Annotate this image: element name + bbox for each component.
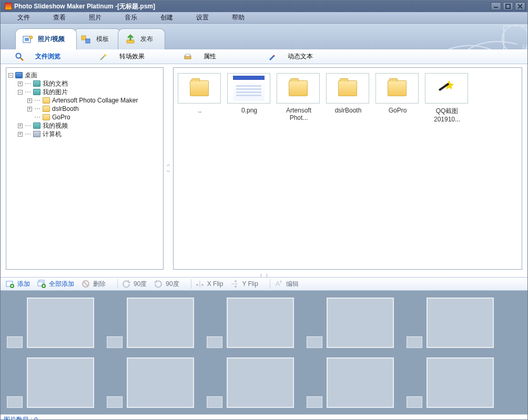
expander-placeholder — [27, 115, 32, 120]
file-item-image[interactable]: QQ截图201910... — [425, 73, 469, 123]
expander-icon[interactable]: + — [18, 81, 23, 86]
timeline-slot[interactable] — [107, 298, 194, 348]
maximize-button[interactable] — [503, 2, 513, 11]
expander-icon[interactable]: + — [27, 107, 32, 111]
menu-file[interactable]: 文件 — [6, 13, 42, 22]
x-flip-button[interactable]: X Flip — [196, 280, 224, 288]
tree-label: 我的图片 — [43, 88, 68, 96]
timeline-slot[interactable] — [7, 298, 94, 348]
timeline-slot[interactable] — [207, 298, 294, 348]
tree-label: 我的视频 — [43, 121, 68, 130]
file-item-up[interactable]: .. — [178, 73, 222, 114]
menu-settings[interactable]: 设置 — [185, 13, 220, 22]
button-label: Y Flip — [242, 280, 258, 288]
desktop-icon — [15, 72, 23, 78]
timeline-slot[interactable] — [207, 357, 294, 408]
file-label: dslrBooth — [326, 107, 370, 114]
decorative-flourish: FL — [449, 24, 527, 49]
file-label: GoPro — [375, 107, 420, 114]
button-label: 90度 — [166, 280, 179, 289]
timeline-slot[interactable] — [407, 357, 494, 408]
button-label: 编辑 — [286, 280, 299, 289]
timeline-slot[interactable] — [7, 357, 94, 408]
publish-icon — [125, 34, 136, 45]
tree-label: GoPro — [52, 113, 70, 121]
menu-music[interactable]: 音乐 — [113, 13, 149, 22]
timeline-slot[interactable] — [107, 357, 194, 408]
svg-text:A: A — [276, 280, 280, 288]
folder-icon — [338, 80, 357, 96]
subtab-file-browse[interactable]: 文件浏览 — [15, 52, 99, 61]
expander-icon[interactable]: + — [18, 124, 23, 128]
tab-template[interactable]: 模板 — [74, 28, 121, 49]
expander-icon[interactable]: − — [18, 90, 23, 95]
svg-rect-2 — [25, 38, 29, 41]
file-item-folder[interactable]: GoPro — [375, 73, 420, 114]
photo-video-icon — [22, 34, 34, 45]
minimize-button[interactable] — [491, 2, 501, 11]
expander-icon[interactable]: + — [27, 98, 32, 103]
status-value: 0 — [34, 416, 38, 421]
sub-toolbar: 文件浏览 转场效果 属性 动态文本 — [1, 49, 527, 64]
rotate-left-button[interactable]: 90度 — [122, 280, 147, 289]
edit-icon: A — [275, 280, 283, 288]
status-bar: 图片数目 : 0 — [1, 414, 527, 420]
titlebar: Photo Slideshow Maker Platinum - [无标题.ps… — [1, 1, 527, 12]
button-label: 全部添加 — [49, 280, 74, 289]
folder-tree[interactable]: − 桌面 + ⋯ 我的文档 − ⋯ — [6, 68, 163, 141]
tab-photo-video[interactable]: 照片/视频 — [15, 28, 77, 49]
tree-label: Artensoft Photo Collage Maker — [52, 96, 138, 105]
edit-button[interactable]: A 编辑 — [275, 280, 299, 289]
subtab-properties[interactable]: 属性 — [184, 52, 268, 61]
folder-icon — [43, 114, 50, 120]
image-thumbnail — [233, 76, 265, 101]
file-item-image[interactable]: 0.png — [227, 73, 271, 114]
vertical-splitter[interactable] — [1, 272, 527, 277]
splitter-handle[interactable] — [166, 64, 171, 272]
expander-icon[interactable]: + — [18, 132, 23, 137]
file-item-folder[interactable]: Artensoft Phot... — [277, 73, 321, 121]
window-title-prefix: Photo Slideshow Maker Platinum - — [14, 3, 117, 10]
rotate-right-button[interactable]: 90度 — [154, 280, 179, 289]
y-flip-button[interactable]: Y Flip — [230, 280, 258, 288]
tab-label: 照片/视频 — [38, 35, 65, 44]
main-tabs: 照片/视频 模板 发布 FL — [1, 24, 527, 49]
delete-button[interactable]: 删除 — [82, 280, 106, 289]
menu-help[interactable]: 帮助 — [220, 13, 256, 22]
tree-label: 计算机 — [43, 130, 62, 138]
button-label: 添加 — [17, 280, 30, 289]
svg-point-3 — [29, 36, 33, 39]
file-label: Artensoft Phot... — [277, 107, 321, 121]
subtab-label: 属性 — [204, 52, 216, 61]
tree-label: dslrBooth — [52, 105, 79, 113]
subtab-label: 转场效果 — [119, 52, 145, 61]
folder-icon — [33, 122, 40, 129]
add-all-icon — [37, 280, 46, 288]
add-icon — [6, 280, 14, 288]
menu-view[interactable]: 查看 — [42, 13, 77, 22]
subtab-dynamic-text[interactable]: 动态文本 — [268, 52, 352, 61]
status-label: 图片数目 : — [4, 415, 33, 420]
tree-label: 我的文档 — [43, 79, 68, 88]
expander-icon[interactable]: − — [8, 73, 13, 78]
folder-icon — [33, 80, 40, 87]
subtab-transition[interactable]: 转场效果 — [99, 52, 184, 61]
timeline-slot[interactable] — [407, 298, 494, 348]
svg-rect-4 — [82, 36, 86, 40]
timeline-slot[interactable] — [307, 357, 394, 408]
menu-create[interactable]: 创建 — [149, 13, 185, 22]
work-area: − 桌面 + ⋯ 我的文档 − ⋯ — [1, 64, 527, 272]
menu-photo[interactable]: 照片 — [77, 13, 113, 22]
add-button[interactable]: 添加 — [6, 280, 30, 289]
file-item-folder[interactable]: dslrBooth — [326, 73, 370, 114]
button-label: 90度 — [134, 280, 147, 289]
folder-icon — [43, 106, 50, 112]
folder-icon — [190, 80, 209, 96]
flip-x-icon — [196, 280, 204, 288]
tab-publish[interactable]: 发布 — [118, 28, 165, 49]
close-button[interactable] — [515, 2, 525, 11]
template-icon — [80, 34, 92, 45]
add-all-button[interactable]: 全部添加 — [37, 280, 74, 289]
timeline-slot[interactable] — [307, 298, 394, 348]
timeline-panel[interactable] — [1, 291, 527, 414]
